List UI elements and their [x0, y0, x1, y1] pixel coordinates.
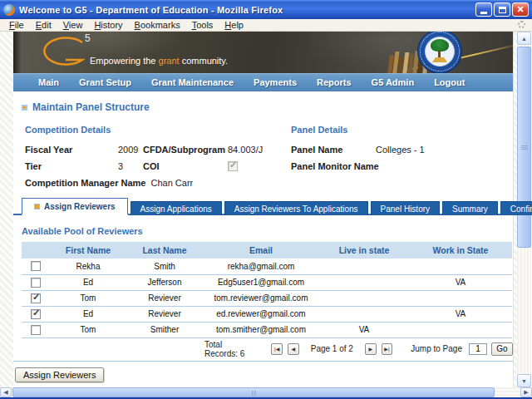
horizontal-scrollbar[interactable]: ◀ ▶: [0, 387, 532, 397]
total-records-label: Total Records: 6: [204, 340, 251, 358]
tab-confirmation[interactable]: Confirmation: [500, 201, 532, 215]
page-content: 5 Empowering the grant community. MainGr…: [13, 32, 514, 387]
detail-row: Panel Monitor Name: [291, 158, 513, 175]
reviewer-checkbox[interactable]: [31, 261, 41, 271]
reviewers-header-row: First NameLast NameEmailLive in stateWor…: [22, 242, 512, 259]
menu-edit[interactable]: Edit: [30, 19, 57, 31]
menu-bar-items: FileEditViewHistoryBookmarksToolsHelp: [3, 19, 249, 31]
restore-icon: [499, 7, 506, 13]
page-title-icon: [22, 105, 27, 111]
reviewer-checkbox[interactable]: [31, 325, 41, 335]
close-button[interactable]: ✕: [512, 2, 529, 17]
column-header-work-in-state: Work in State: [409, 242, 512, 259]
cell-work-in-state: [409, 290, 512, 306]
tab-assign-applications[interactable]: Assign Applications: [131, 201, 222, 215]
cfda-subprogram-value: 84.003/J: [228, 145, 263, 155]
reviewer-checkbox[interactable]: [31, 293, 41, 303]
competition-details-heading: Competition Details: [25, 125, 291, 141]
tab-summary[interactable]: Summary: [442, 201, 498, 215]
reviewers-table: First NameLast NameEmailLive in stateWor…: [22, 242, 512, 338]
horizontal-scroll-thumb[interactable]: [12, 387, 495, 397]
cell-last-name: Jefferson: [126, 274, 203, 290]
pagination-prev-button[interactable]: ◀: [288, 343, 299, 355]
menu-bar: FileEditViewHistoryBookmarksToolsHelp: [0, 19, 532, 32]
fiscal-year-value: 2009: [118, 145, 143, 155]
scroll-down-icon[interactable]: ▼: [517, 374, 531, 387]
cell-email: rekha@gmail.com: [203, 259, 319, 274]
cell-first-name: Ed: [50, 306, 126, 322]
tab-label: Assign Applications: [140, 204, 212, 214]
cell-live-in-state: [319, 259, 409, 274]
restore-button[interactable]: [494, 2, 510, 17]
throbber-icon: [518, 21, 525, 28]
cell-live-in-state: [319, 290, 409, 306]
coi-checkbox: [228, 161, 238, 171]
nav-item-g5-admin[interactable]: G5 Admin: [372, 77, 415, 87]
pagination-first-button[interactable]: |◀: [271, 343, 283, 355]
close-icon: ✕: [516, 5, 524, 14]
column-header-last-name: Last Name: [126, 242, 203, 259]
cell-select: [22, 274, 50, 290]
cell-first-name: Tom: [50, 290, 126, 306]
detail-row: Competition Manager Name Chan Carr: [25, 175, 291, 191]
column-header-first-name: First Name: [50, 242, 126, 259]
reviewers-body: RekhaSmithrekha@gmail.comEdJeffersonEdg5…: [22, 259, 512, 337]
tab-strip: Assign ReviewersAssign ApplicationsAssig…: [13, 198, 513, 215]
title-bar: Welcome to G5 - Department of Education …: [0, 0, 532, 19]
nav-item-logout[interactable]: Logout: [434, 77, 465, 87]
menu-file[interactable]: File: [3, 19, 30, 31]
tab-assign-reviewers[interactable]: Assign Reviewers: [22, 198, 128, 215]
pagination-bar: Total Records: 6 |◀ ◀ Page 1 of 2 ▶ ▶| J…: [13, 341, 513, 357]
window-title: Welcome to G5 - Department of Education …: [19, 5, 474, 15]
cell-email: Edg5user1@gmail.com: [203, 274, 319, 290]
menu-tools[interactable]: Tools: [186, 19, 219, 31]
tab-label: Summary: [452, 204, 488, 214]
available-pool-heading: Available Pool of Reviewers: [22, 226, 513, 236]
cell-live-in-state: VA: [319, 322, 409, 337]
reviewer-checkbox[interactable]: [31, 309, 41, 319]
details-section: Competition Details Fiscal Year 2009 CFD…: [13, 115, 513, 191]
assign-reviewers-button[interactable]: Assign Reviewers: [15, 367, 104, 382]
nav-item-reports[interactable]: Reports: [317, 77, 352, 87]
nav-item-grant-setup[interactable]: Grant Setup: [79, 77, 131, 87]
cell-work-in-state: VA: [409, 274, 512, 290]
cell-last-name: Smither: [126, 322, 203, 337]
table-row: TomSmithertom.smither@gmail.comVA: [22, 322, 512, 337]
g5-logo-sup: 5: [85, 32, 91, 44]
fiscal-year-label: Fiscal Year: [25, 145, 118, 155]
menu-view[interactable]: View: [57, 19, 89, 31]
cell-work-in-state: [409, 259, 512, 274]
cell-first-name: Ed: [50, 274, 126, 290]
scroll-left-icon[interactable]: ◀: [0, 387, 12, 397]
tagline-highlight: grant: [159, 56, 180, 66]
cell-live-in-state: [319, 274, 409, 290]
tab-assign-reviewers-to-applications[interactable]: Assign Reviewers To Applications: [224, 201, 368, 215]
nav-item-payments[interactable]: Payments: [254, 77, 297, 87]
minimize-button[interactable]: [475, 2, 492, 17]
reviewer-checkbox[interactable]: [31, 278, 41, 288]
panel-details-heading: Panel Details: [291, 125, 513, 141]
menu-help[interactable]: Help: [219, 19, 249, 31]
g5-logo-icon: [37, 34, 86, 73]
vertical-scroll-thumb[interactable]: [517, 47, 531, 248]
competition-manager-value: Chan Carr: [150, 178, 193, 188]
pagination-next-button[interactable]: ▶: [365, 343, 377, 355]
banner: 5 Empowering the grant community.: [13, 32, 513, 73]
tab-panel-history[interactable]: Panel History: [371, 201, 440, 215]
cell-email: tom.smither@gmail.com: [203, 322, 319, 337]
nav-item-main[interactable]: Main: [38, 77, 59, 87]
jump-to-page-label: Jump to Page: [411, 344, 462, 353]
menu-history[interactable]: History: [88, 19, 128, 31]
cell-select: [22, 290, 50, 306]
cell-first-name: Rekha: [50, 259, 126, 274]
pagination-last-button[interactable]: ▶|: [382, 343, 393, 355]
jump-to-page-input[interactable]: [469, 343, 487, 355]
scroll-right-icon[interactable]: ▶: [520, 387, 532, 397]
seal-tree-icon: [431, 39, 449, 52]
go-button[interactable]: Go: [491, 342, 513, 356]
nav-item-grant-maintenance[interactable]: Grant Maintenance: [151, 77, 234, 87]
detail-row: Fiscal Year 2009 CFDA/Subprogram 84.003/…: [25, 141, 291, 158]
scroll-up-icon[interactable]: ▲: [517, 32, 531, 45]
page-title: Maintain Panel Structure: [32, 101, 150, 113]
menu-bookmarks[interactable]: Bookmarks: [129, 19, 186, 31]
